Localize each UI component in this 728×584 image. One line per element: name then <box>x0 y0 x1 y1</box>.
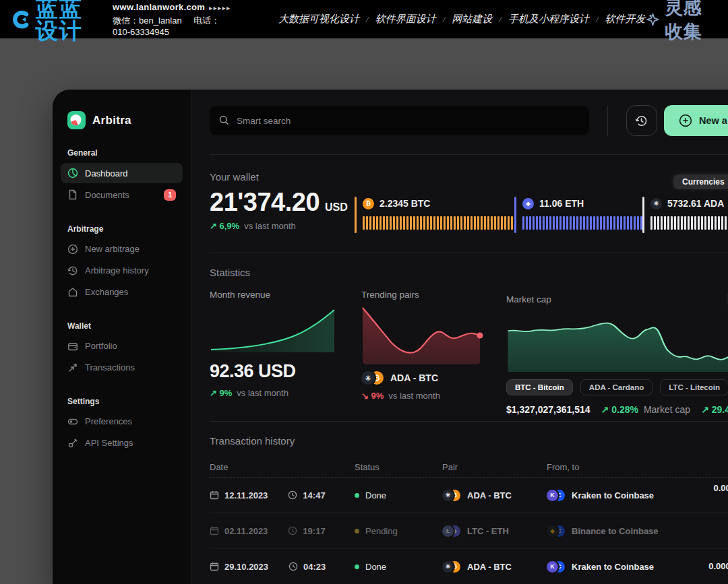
collect-label: 灵感收集 <box>665 0 717 44</box>
sidebar-item-label: Transactions <box>85 362 135 372</box>
main-content: New a Your wallet 21'374.20 USD ↗ 6,9% v… <box>191 90 728 584</box>
statistics-title: Statistics <box>210 253 728 278</box>
app-brand[interactable]: Arbitra <box>53 111 191 129</box>
eth-amount: 11.06 ETH <box>539 198 584 209</box>
market-cap-card: Market cap 1D 7D 1M <box>506 290 728 415</box>
exchange-icons: K C <box>547 490 565 501</box>
sidebar-item-new-arbitrage[interactable]: New arbitrage <box>61 239 183 259</box>
wallet-title: Your wallet <box>210 155 728 183</box>
market-cap-label: Market cap <box>506 294 551 304</box>
transaction-row[interactable]: 12.11.2023 14:47 Done ✳ ₿ ADA - BTC <box>210 478 728 513</box>
btc-icon: ₿ <box>363 198 374 209</box>
tx-pair: ADA - BTC <box>467 490 512 500</box>
sidebar-item-label: New arbitrage <box>85 244 140 254</box>
btc-amount: 2.2345 BTC <box>380 198 430 209</box>
transaction-history-title: Transaction history <box>210 422 728 447</box>
nav-separator: / <box>499 14 502 25</box>
nav-item-mobile[interactable]: 手机及小程序设计 <box>508 13 589 26</box>
pill-ada-cardano[interactable]: ADA - Cardano <box>580 379 653 395</box>
calendar-icon <box>210 526 219 536</box>
btc-marker <box>355 197 357 233</box>
holding-eth: ◆ 11.06 ETH <box>514 197 642 233</box>
wallet-balance-currency: USD <box>325 202 348 213</box>
sidebar-item-api-settings[interactable]: API Settings <box>61 433 183 453</box>
nav-item-bigdata[interactable]: 大数据可视化设计 <box>278 13 359 26</box>
toggle-icon <box>67 416 78 427</box>
tx-pair: ADA - BTC <box>467 562 512 572</box>
tx-status: Pending <box>365 526 398 536</box>
sidebar-item-label: Documents <box>85 190 129 200</box>
sidebar-item-exchanges[interactable]: Exchanges <box>61 282 183 302</box>
wallet-balance-value: 21'374.20 <box>210 189 320 215</box>
nav-item-website[interactable]: 网站建设 <box>452 13 492 26</box>
pair-delta: ↘ 9% vs last month <box>361 391 486 401</box>
trending-pairs-chart <box>361 302 486 367</box>
sidebar: Arbitra General Dashboard Documents 1 Ar… <box>53 90 191 584</box>
sidebar-item-documents[interactable]: Documents 1 <box>61 185 183 205</box>
arbitra-dashboard-window: Arbitra General Dashboard Documents 1 Ar… <box>53 90 728 584</box>
search-input[interactable] <box>210 106 589 135</box>
ada-icon: ✳ <box>442 490 454 501</box>
revenue-delta: ↗ 9% vs last month <box>210 388 336 398</box>
new-arbitrage-button[interactable]: New a <box>664 105 728 136</box>
btc-sparkline <box>363 216 513 230</box>
banner-contact: www.lanlanwork.com▸▸▸▸▸ 微信：ben_lanlan 电话… <box>113 2 237 37</box>
market-cap-value: $1,327,027,361,514 <box>506 404 590 415</box>
binance-icon: ◆ <box>547 525 558 537</box>
sidebar-item-label: Portfolio <box>85 341 117 351</box>
sidebar-section-general: General <box>53 148 191 158</box>
calendar-icon <box>210 490 219 500</box>
coin-filter-pills: BTC - Bitcoin ADA - Cardano LTC - Liteco… <box>506 379 728 395</box>
sidebar-item-portfolio[interactable]: Portfolio <box>61 336 183 356</box>
sidebar-item-label: Dashboard <box>85 168 128 179</box>
inspiration-collect-link[interactable]: 灵感收集 <box>646 0 716 44</box>
site-banner: 蓝蓝设计 www.lanlanwork.com▸▸▸▸▸ 微信：ben_lanl… <box>0 0 728 38</box>
status-dot-done <box>355 493 359 498</box>
pair-icons: Ł ◆ <box>442 525 460 537</box>
pill-ltc-litecoin[interactable]: LTC - Litecoin <box>660 379 728 395</box>
app-brand-name: Arbitra <box>92 114 131 127</box>
status-dot-done <box>355 564 359 569</box>
ada-sparkline <box>650 216 728 230</box>
tx-time: 14:47 <box>303 490 325 500</box>
sidebar-section-settings: Settings <box>53 397 191 406</box>
wallet-view-tabs: Currencies E <box>671 172 728 191</box>
nav-item-dev[interactable]: 软件开发 <box>605 13 646 26</box>
pair-icons: ✳ ₿ <box>442 490 460 501</box>
ada-marker <box>642 197 644 233</box>
site-url: www.lanlanwork.com <box>113 2 205 12</box>
pill-btc-bitcoin[interactable]: BTC - Bitcoin <box>506 379 573 395</box>
chart-endpoint-dot <box>477 333 483 339</box>
site-logo-text: 蓝蓝设计 <box>36 0 102 42</box>
tx-from-to: Binance to Coinbase <box>572 526 659 536</box>
clock-icon <box>289 562 298 571</box>
calendar-icon <box>210 562 219 571</box>
transactions-header-row: Date Status Pair From, to <box>210 457 728 478</box>
tx-pair: LTC - ETH <box>467 526 509 536</box>
search-box <box>210 106 589 135</box>
exchange-building-icon <box>67 287 78 298</box>
tx-time: 19:17 <box>303 526 325 536</box>
star-collect-icon <box>646 9 660 30</box>
transaction-row[interactable]: 29.10.2023 04:23 Done ✳ ₿ ADA - BTC <box>210 549 728 584</box>
col-date: Date <box>210 462 355 472</box>
market-cap-stats: $1,327,027,361,514 ↗ 0.28% Market cap ↗ … <box>506 404 728 415</box>
history-button[interactable] <box>626 105 657 136</box>
sidebar-item-preferences[interactable]: Preferences <box>61 412 183 432</box>
kraken-icon: K <box>547 561 558 573</box>
site-logo[interactable]: 蓝蓝设计 <box>12 0 102 42</box>
topbar: New a <box>210 105 728 136</box>
sidebar-item-transactions[interactable]: Transactions <box>61 358 183 378</box>
clock-icon <box>288 526 297 536</box>
nav-item-software-ui[interactable]: 软件界面设计 <box>375 13 436 26</box>
nav-separator: / <box>366 14 369 25</box>
sidebar-item-dashboard[interactable]: Dashboard <box>61 163 183 183</box>
sidebar-item-arbitrage-history[interactable]: Arbitrage history <box>61 261 183 281</box>
transaction-row[interactable]: 02.11.2023 19:17 Pending Ł ◆ LTC - ETH <box>210 513 728 549</box>
lanlan-logo-icon <box>12 7 30 32</box>
wallet-icon <box>67 341 78 352</box>
tab-currencies[interactable]: Currencies <box>673 174 728 189</box>
ada-icon: ✳ <box>442 561 454 573</box>
eth-icon: ◆ <box>522 198 534 209</box>
tx-status: Done <box>365 562 386 572</box>
